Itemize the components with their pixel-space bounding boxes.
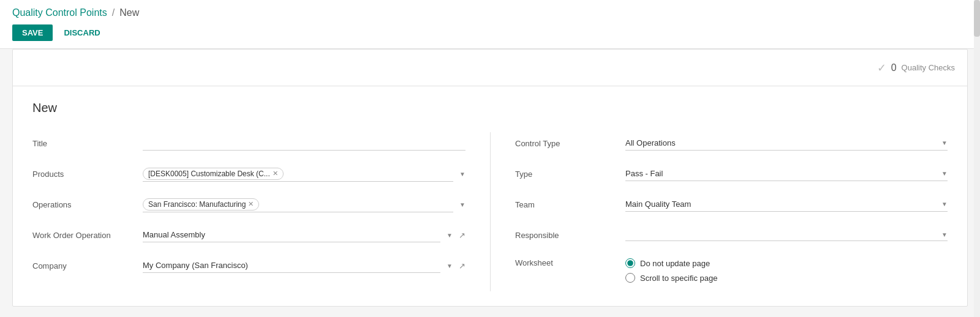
work-order-input[interactable]: Manual Assembly: [143, 228, 440, 242]
responsible-dropdown-arrow: ▼: [941, 231, 948, 238]
operations-dropdown-arrow[interactable]: ▼: [459, 201, 466, 208]
worksheet-option-2-label: Scroll to specific page: [640, 274, 717, 283]
company-input[interactable]: My Company (San Francisco): [143, 258, 440, 273]
worksheet-radio-group: Do not update page Scroll to specific pa…: [625, 258, 717, 283]
products-tag-container[interactable]: [DESK0005] Customizable Desk (C... ✕: [143, 166, 453, 182]
work-order-row: Work Order Operation Manual Assembly ▼ ↗: [32, 224, 466, 246]
company-external-link-icon[interactable]: ↗: [459, 261, 466, 270]
title-field: [143, 136, 466, 151]
breadcrumb-current: New: [119, 7, 139, 18]
control-type-dropdown[interactable]: All Operations ▼: [625, 136, 948, 151]
quality-checks-button[interactable]: ✓ 0 Quality Checks: [877, 61, 955, 75]
worksheet-row: Worksheet Do not update page Scroll to s…: [515, 255, 948, 283]
scrollbar-thumb[interactable]: [974, 0, 980, 37]
operations-label: Operations: [32, 200, 143, 209]
worksheet-label: Worksheet: [515, 258, 625, 267]
control-type-dropdown-arrow: ▼: [941, 140, 948, 146]
worksheet-option-1-label: Do not update page: [640, 259, 710, 268]
products-tag: [DESK0005] Customizable Desk (C... ✕: [143, 168, 284, 180]
operations-tag: San Francisco: Manufacturing ✕: [143, 198, 259, 211]
operations-tag-text: San Francisco: Manufacturing: [148, 200, 246, 209]
work-order-external-link-icon[interactable]: ↗: [459, 231, 466, 240]
form-grid: Title Products [DESK0005] Customizable D…: [32, 132, 948, 291]
control-type-row: Control Type All Operations ▼: [515, 132, 948, 154]
operations-tag-container[interactable]: San Francisco: Manufacturing ✕: [143, 197, 453, 212]
company-label: Company: [32, 261, 143, 270]
products-dropdown-arrow[interactable]: ▼: [459, 171, 466, 177]
products-field: [DESK0005] Customizable Desk (C... ✕ ▼: [143, 166, 466, 182]
type-row: Type Pass - Fail ▼: [515, 163, 948, 185]
discard-button[interactable]: DISCARD: [58, 24, 106, 41]
company-field: My Company (San Francisco) ▼ ↗: [143, 258, 466, 273]
type-dropdown[interactable]: Pass - Fail ▼: [625, 166, 948, 181]
scrollbar[interactable]: [974, 0, 980, 317]
control-type-field: All Operations ▼: [625, 136, 948, 151]
title-row: Title: [32, 132, 466, 154]
type-field: Pass - Fail ▼: [625, 166, 948, 181]
operations-field: San Francisco: Manufacturing ✕ ▼: [143, 197, 466, 212]
worksheet-radio-1[interactable]: [625, 258, 635, 268]
card-header: ✓ 0 Quality Checks: [13, 50, 967, 86]
control-type-value: All Operations: [625, 138, 676, 147]
title-input[interactable]: [143, 136, 466, 151]
responsible-label: Responsible: [515, 231, 625, 240]
work-order-label: Work Order Operation: [32, 231, 143, 240]
toolbar: SAVE DISCARD: [12, 24, 968, 41]
breadcrumb-separator: /: [112, 7, 115, 18]
form-card: ✓ 0 Quality Checks New Title Prod: [12, 49, 968, 307]
team-value: Main Quality Team: [625, 200, 691, 209]
responsible-dropdown[interactable]: ▼: [625, 229, 948, 241]
company-dropdown-arrow[interactable]: ▼: [447, 263, 453, 269]
team-row: Team Main Quality Team ▼: [515, 193, 948, 215]
products-tag-text: [DESK0005] Customizable Desk (C...: [148, 170, 270, 178]
save-button[interactable]: SAVE: [12, 24, 53, 41]
team-label: Team: [515, 200, 625, 209]
team-field: Main Quality Team ▼: [625, 197, 948, 212]
card-body: New Title Products: [13, 86, 967, 306]
products-tag-close[interactable]: ✕: [273, 170, 278, 177]
quality-checks-label: Quality Checks: [902, 63, 955, 72]
company-row: Company My Company (San Francisco) ▼ ↗: [32, 255, 466, 277]
worksheet-option-1[interactable]: Do not update page: [625, 258, 717, 268]
checkmark-icon: ✓: [877, 61, 886, 75]
form-left-section: Title Products [DESK0005] Customizable D…: [32, 132, 490, 291]
form-title: New: [32, 101, 948, 115]
quality-checks-count: 0: [891, 62, 897, 73]
type-dropdown-arrow: ▼: [941, 170, 948, 177]
type-value: Pass - Fail: [625, 169, 663, 178]
operations-tag-close[interactable]: ✕: [248, 200, 254, 208]
work-order-field: Manual Assembly ▼ ↗: [143, 228, 466, 242]
breadcrumb: Quality Control Points / New: [12, 7, 968, 18]
responsible-row: Responsible ▼: [515, 224, 948, 246]
breadcrumb-link[interactable]: Quality Control Points: [12, 7, 107, 18]
responsible-field: ▼: [625, 229, 948, 241]
products-row: Products [DESK0005] Customizable Desk (C…: [32, 163, 466, 185]
team-dropdown[interactable]: Main Quality Team ▼: [625, 197, 948, 212]
control-type-label: Control Type: [515, 139, 625, 148]
work-order-dropdown-arrow[interactable]: ▼: [447, 232, 453, 239]
products-label: Products: [32, 170, 143, 179]
type-label: Type: [515, 170, 625, 179]
worksheet-field: Do not update page Scroll to specific pa…: [625, 258, 948, 283]
team-dropdown-arrow: ▼: [941, 201, 948, 207]
worksheet-option-2[interactable]: Scroll to specific page: [625, 273, 717, 283]
form-right-section: Control Type All Operations ▼ Type: [490, 132, 948, 291]
worksheet-radio-2[interactable]: [625, 273, 635, 283]
operations-row: Operations San Francisco: Manufacturing …: [32, 193, 466, 215]
title-label: Title: [32, 139, 143, 148]
